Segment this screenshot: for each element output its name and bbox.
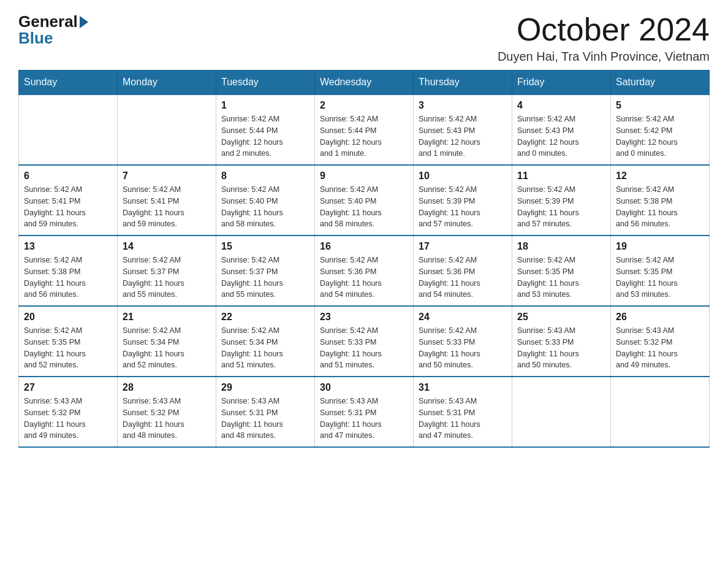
day-number: 1: [221, 100, 309, 111]
calendar-cell: 28Sunrise: 5:43 AM Sunset: 5:32 PM Dayli…: [118, 377, 216, 447]
calendar-cell: 29Sunrise: 5:43 AM Sunset: 5:31 PM Dayli…: [216, 377, 315, 447]
calendar-cell: 18Sunrise: 5:42 AM Sunset: 5:35 PM Dayli…: [512, 236, 611, 306]
day-number: 24: [419, 312, 507, 323]
calendar-cell: 22Sunrise: 5:42 AM Sunset: 5:34 PM Dayli…: [216, 306, 315, 377]
day-number: 31: [419, 382, 507, 393]
day-info: Sunrise: 5:43 AM Sunset: 5:32 PM Dayligh…: [616, 325, 704, 371]
calendar-cell: 11Sunrise: 5:42 AM Sunset: 5:39 PM Dayli…: [512, 165, 611, 236]
month-title: October 2024: [498, 12, 710, 47]
day-info: Sunrise: 5:42 AM Sunset: 5:33 PM Dayligh…: [320, 325, 408, 371]
logo: General Blue: [18, 12, 90, 48]
calendar-cell: [512, 377, 611, 447]
calendar-cell: 10Sunrise: 5:42 AM Sunset: 5:39 PM Dayli…: [414, 165, 512, 236]
calendar-cell: 23Sunrise: 5:42 AM Sunset: 5:33 PM Dayli…: [315, 306, 414, 377]
day-info: Sunrise: 5:42 AM Sunset: 5:41 PM Dayligh…: [24, 184, 112, 230]
day-info: Sunrise: 5:42 AM Sunset: 5:43 PM Dayligh…: [419, 113, 507, 159]
calendar-week-row: 6Sunrise: 5:42 AM Sunset: 5:41 PM Daylig…: [19, 165, 710, 236]
title-section: October 2024 Duyen Hai, Tra Vinh Provinc…: [498, 12, 710, 64]
day-number: 5: [616, 100, 704, 111]
calendar-cell: [611, 377, 710, 447]
calendar-cell: 9Sunrise: 5:42 AM Sunset: 5:40 PM Daylig…: [315, 165, 414, 236]
day-info: Sunrise: 5:43 AM Sunset: 5:32 PM Dayligh…: [24, 396, 112, 442]
calendar-cell: 20Sunrise: 5:42 AM Sunset: 5:35 PM Dayli…: [19, 306, 118, 377]
day-info: Sunrise: 5:43 AM Sunset: 5:31 PM Dayligh…: [320, 396, 408, 442]
day-info: Sunrise: 5:42 AM Sunset: 5:35 PM Dayligh…: [616, 255, 704, 301]
day-number: 21: [123, 312, 211, 323]
calendar-week-row: 27Sunrise: 5:43 AM Sunset: 5:32 PM Dayli…: [19, 377, 710, 447]
calendar-table: SundayMondayTuesdayWednesdayThursdayFrid…: [18, 70, 710, 448]
calendar-cell: 13Sunrise: 5:42 AM Sunset: 5:38 PM Dayli…: [19, 236, 118, 306]
day-number: 10: [419, 170, 507, 182]
day-info: Sunrise: 5:42 AM Sunset: 5:44 PM Dayligh…: [320, 113, 408, 159]
calendar-cell: 24Sunrise: 5:42 AM Sunset: 5:33 PM Dayli…: [414, 306, 512, 377]
day-info: Sunrise: 5:42 AM Sunset: 5:37 PM Dayligh…: [123, 255, 211, 301]
day-number: 16: [320, 241, 408, 252]
day-info: Sunrise: 5:42 AM Sunset: 5:34 PM Dayligh…: [221, 325, 309, 371]
calendar-cell: 7Sunrise: 5:42 AM Sunset: 5:41 PM Daylig…: [118, 165, 216, 236]
day-info: Sunrise: 5:42 AM Sunset: 5:40 PM Dayligh…: [320, 184, 408, 230]
calendar-cell: 6Sunrise: 5:42 AM Sunset: 5:41 PM Daylig…: [19, 165, 118, 236]
calendar-cell: [118, 94, 216, 165]
day-info: Sunrise: 5:43 AM Sunset: 5:31 PM Dayligh…: [221, 396, 309, 442]
calendar-week-row: 13Sunrise: 5:42 AM Sunset: 5:38 PM Dayli…: [19, 236, 710, 306]
day-info: Sunrise: 5:42 AM Sunset: 5:36 PM Dayligh…: [320, 255, 408, 301]
column-header-thursday: Thursday: [414, 71, 512, 95]
day-number: 30: [320, 382, 408, 393]
day-number: 27: [24, 382, 112, 393]
day-number: 4: [517, 100, 605, 111]
day-number: 6: [24, 170, 112, 182]
day-number: 15: [221, 241, 309, 252]
calendar-cell: 15Sunrise: 5:42 AM Sunset: 5:37 PM Dayli…: [216, 236, 315, 306]
day-number: 28: [123, 382, 211, 393]
calendar-cell: 2Sunrise: 5:42 AM Sunset: 5:44 PM Daylig…: [315, 94, 414, 165]
calendar-cell: 31Sunrise: 5:43 AM Sunset: 5:31 PM Dayli…: [414, 377, 512, 447]
day-number: 2: [320, 100, 408, 111]
column-header-monday: Monday: [118, 71, 216, 95]
day-number: 3: [419, 100, 507, 111]
day-info: Sunrise: 5:42 AM Sunset: 5:34 PM Dayligh…: [123, 325, 211, 371]
calendar-week-row: 20Sunrise: 5:42 AM Sunset: 5:35 PM Dayli…: [19, 306, 710, 377]
day-info: Sunrise: 5:42 AM Sunset: 5:37 PM Dayligh…: [221, 255, 309, 301]
calendar-cell: 3Sunrise: 5:42 AM Sunset: 5:43 PM Daylig…: [414, 94, 512, 165]
day-info: Sunrise: 5:42 AM Sunset: 5:44 PM Dayligh…: [221, 113, 309, 159]
column-header-saturday: Saturday: [611, 71, 710, 95]
calendar-week-row: 1Sunrise: 5:42 AM Sunset: 5:44 PM Daylig…: [19, 94, 710, 165]
calendar-cell: 30Sunrise: 5:43 AM Sunset: 5:31 PM Dayli…: [315, 377, 414, 447]
calendar-cell: 21Sunrise: 5:42 AM Sunset: 5:34 PM Dayli…: [118, 306, 216, 377]
day-number: 14: [123, 241, 211, 252]
day-number: 29: [221, 382, 309, 393]
day-info: Sunrise: 5:42 AM Sunset: 5:39 PM Dayligh…: [419, 184, 507, 230]
day-info: Sunrise: 5:42 AM Sunset: 5:36 PM Dayligh…: [419, 255, 507, 301]
calendar-cell: 14Sunrise: 5:42 AM Sunset: 5:37 PM Dayli…: [118, 236, 216, 306]
column-header-wednesday: Wednesday: [315, 71, 414, 95]
day-number: 26: [616, 312, 704, 323]
calendar-cell: 26Sunrise: 5:43 AM Sunset: 5:32 PM Dayli…: [611, 306, 710, 377]
day-info: Sunrise: 5:42 AM Sunset: 5:43 PM Dayligh…: [517, 113, 605, 159]
logo-blue-text: Blue: [18, 29, 53, 48]
day-info: Sunrise: 5:42 AM Sunset: 5:38 PM Dayligh…: [616, 184, 704, 230]
day-number: 18: [517, 241, 605, 252]
day-info: Sunrise: 5:42 AM Sunset: 5:40 PM Dayligh…: [221, 184, 309, 230]
day-info: Sunrise: 5:42 AM Sunset: 5:38 PM Dayligh…: [24, 255, 112, 301]
day-number: 19: [616, 241, 704, 252]
day-number: 23: [320, 312, 408, 323]
calendar-cell: 12Sunrise: 5:42 AM Sunset: 5:38 PM Dayli…: [611, 165, 710, 236]
day-number: 20: [24, 312, 112, 323]
calendar-cell: 16Sunrise: 5:42 AM Sunset: 5:36 PM Dayli…: [315, 236, 414, 306]
day-info: Sunrise: 5:42 AM Sunset: 5:35 PM Dayligh…: [24, 325, 112, 371]
calendar-cell: 5Sunrise: 5:42 AM Sunset: 5:42 PM Daylig…: [611, 94, 710, 165]
calendar-cell: 1Sunrise: 5:42 AM Sunset: 5:44 PM Daylig…: [216, 94, 315, 165]
day-number: 8: [221, 170, 309, 182]
day-info: Sunrise: 5:43 AM Sunset: 5:33 PM Dayligh…: [517, 325, 605, 371]
day-number: 12: [616, 170, 704, 182]
calendar-cell: [19, 94, 118, 165]
day-number: 25: [517, 312, 605, 323]
calendar-cell: 25Sunrise: 5:43 AM Sunset: 5:33 PM Dayli…: [512, 306, 611, 377]
day-info: Sunrise: 5:42 AM Sunset: 5:35 PM Dayligh…: [517, 255, 605, 301]
day-number: 22: [221, 312, 309, 323]
day-info: Sunrise: 5:43 AM Sunset: 5:32 PM Dayligh…: [123, 396, 211, 442]
day-info: Sunrise: 5:42 AM Sunset: 5:39 PM Dayligh…: [517, 184, 605, 230]
column-header-sunday: Sunday: [19, 71, 118, 95]
day-info: Sunrise: 5:42 AM Sunset: 5:42 PM Dayligh…: [616, 113, 704, 159]
column-header-friday: Friday: [512, 71, 611, 95]
